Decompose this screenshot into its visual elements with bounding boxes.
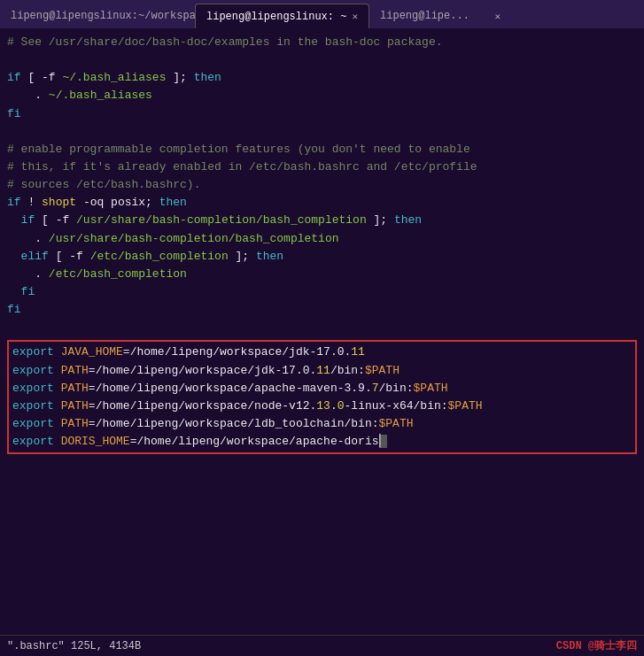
export-line-3: export PATH=/home/lipeng/workspace/apach… [12,380,632,397]
line-blank4 [7,458,637,475]
tab-2-close[interactable]: ✕ [352,11,358,22]
line-fi1: fi [7,105,637,123]
line-if-alias: if [ -f ~/.bash_aliases ]; then [7,69,637,87]
line-inner-fi: fi [7,283,637,301]
line-comment4: # sources /etc/bash.bashrc). [7,176,637,194]
line-dot-alias: . ~/.bash_aliases [7,87,637,104]
line-blank3 [7,319,637,336]
line-if-bash-completion: if [ -f /usr/share/bash-completion/bash_… [7,212,637,229]
export-block: export JAVA_HOME=/home/lipeng/workspace/… [7,340,637,454]
export-line-2: export PATH=/home/lipeng/workspace/jdk-1… [12,362,632,380]
line-comment1: # See /usr/share/doc/bash-doc/examples i… [7,34,637,51]
tab-2-label: lipeng@lipengslinux: ~ [206,11,346,23]
export-line-1: export JAVA_HOME=/home/lipeng/workspace/… [12,343,632,361]
tab-1-label: lipeng@lipengslinux:~/workspac... [11,10,221,22]
tab-3-label: lipeng@lipe... [380,10,469,22]
line-elif-bash: elif [ -f /etc/bash_completion ]; then [7,248,637,266]
export-line-4: export PATH=/home/lipeng/workspace/node-… [12,397,632,415]
vim-status: ".bashrc" 125L, 4134B [7,640,141,652]
csdn-badge: CSDN @骑士李四 [556,638,637,653]
status-bar: ".bashrc" 125L, 4134B CSDN @骑士李四 [0,635,644,656]
terminal-content: # See /usr/share/doc/bash-doc/examples i… [0,28,644,635]
tab-2[interactable]: lipeng@lipengslinux: ~ ✕ [195,4,369,28]
line-dot-bash-completion: . /usr/share/bash-completion/bash_comple… [7,230,637,248]
line-blank1 [7,51,637,69]
line-if-shopt: if ! shopt -oq posix; then [7,194,637,212]
tab-1[interactable]: lipeng@lipengslinux:~/workspac... ✕ [0,4,195,28]
tab-bar: lipeng@lipengslinux:~/workspac... ✕ lipe… [0,0,644,28]
line-comment2: # enable programmable completion feature… [7,141,637,158]
line-blank2 [7,123,637,141]
line-fi2: fi [7,301,637,319]
tab-3[interactable]: lipeng@lipe... ✕ [369,4,511,28]
export-line-6: export DORIS_HOME=/home/lipeng/workspace… [12,433,632,451]
line-dot-etc: . /etc/bash_completion [7,266,637,283]
tab-3-close[interactable]: ✕ [494,11,500,22]
line-comment3: # this, if it's already enabled in /etc/… [7,158,637,176]
export-line-5: export PATH=/home/lipeng/workspace/ldb_t… [12,415,632,433]
